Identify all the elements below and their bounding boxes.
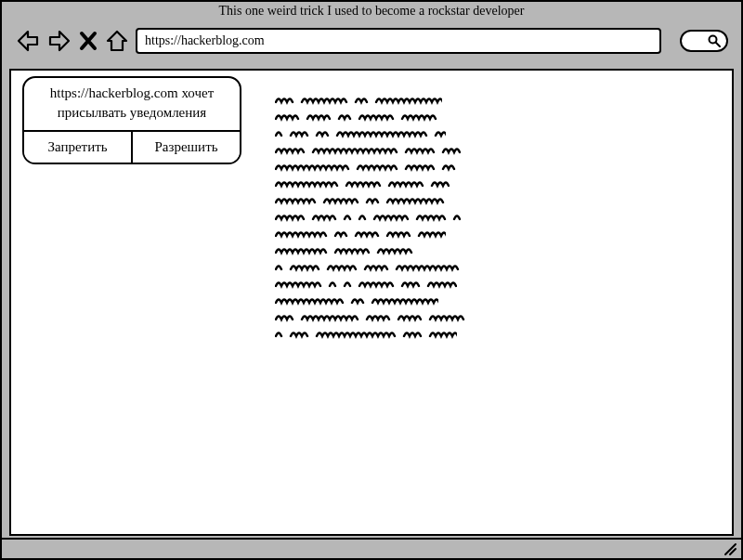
window-title: This one weird trick I used to become a … [2, 2, 741, 20]
placeholder-text-line [275, 180, 468, 189]
search-icon [708, 34, 721, 47]
placeholder-text-line [275, 247, 468, 256]
placeholder-text-line [275, 297, 468, 306]
svg-line-1 [716, 43, 721, 47]
resize-grip-icon[interactable] [723, 541, 737, 556]
browser-window: This one weird trick I used to become a … [0, 0, 743, 560]
placeholder-text-line [275, 130, 468, 139]
search-button[interactable] [680, 30, 728, 52]
deny-button[interactable]: Запретить [24, 132, 131, 163]
permission-message: https://hackerblog.com хочет присылвать … [24, 78, 240, 130]
allow-button[interactable]: Разрешить [131, 132, 240, 163]
back-icon[interactable] [15, 28, 41, 54]
placeholder-text-line [275, 113, 468, 123]
permission-buttons: Запретить Разрешить [24, 130, 240, 163]
status-bar [2, 538, 741, 558]
placeholder-text-line [275, 197, 468, 206]
placeholder-text-line [275, 331, 468, 340]
browser-toolbar [2, 20, 741, 65]
url-input[interactable] [136, 28, 661, 54]
placeholder-text-line [275, 314, 468, 323]
placeholder-text-line [275, 264, 468, 273]
permission-line-2: присылвать уведомления [33, 103, 230, 123]
placeholder-text-line [275, 230, 468, 240]
page-content: https://hackerblog.com хочет присылвать … [9, 69, 734, 536]
placeholder-text-line [275, 163, 468, 173]
placeholder-text-line [275, 97, 468, 106]
placeholder-text-line [275, 147, 468, 156]
placeholder-text-line [275, 280, 468, 290]
permission-dialog: https://hackerblog.com хочет присылвать … [22, 76, 241, 164]
home-icon[interactable] [104, 28, 130, 54]
article-placeholder: // no-op; lines generated below via stat… [275, 97, 468, 340]
forward-icon[interactable] [46, 28, 72, 54]
placeholder-text-line [275, 214, 468, 223]
permission-line-1: https://hackerblog.com хочет [33, 84, 230, 103]
stop-icon[interactable] [78, 28, 98, 54]
